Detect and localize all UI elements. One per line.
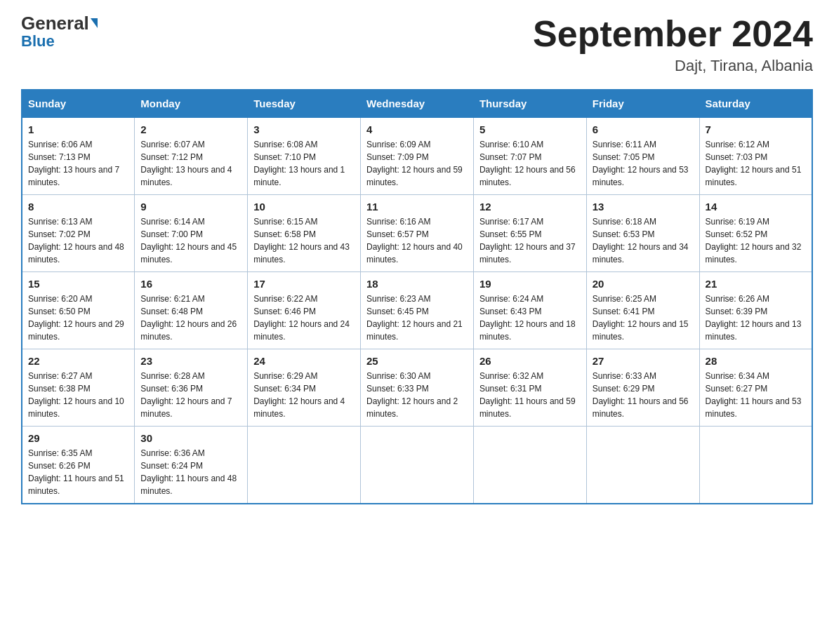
calendar-cell: 18Sunrise: 6:23 AMSunset: 6:45 PMDayligh… [361,272,474,349]
calendar-cell: 3Sunrise: 6:08 AMSunset: 7:10 PMDaylight… [248,117,361,195]
day-number: 21 [706,278,806,290]
day-number: 27 [593,355,694,367]
day-info: Sunrise: 6:22 AMSunset: 6:46 PMDaylight:… [253,293,355,343]
week-row-3: 15Sunrise: 6:20 AMSunset: 6:50 PMDayligh… [22,272,812,349]
calendar-cell: 1Sunrise: 6:06 AMSunset: 7:13 PMDaylight… [22,117,135,195]
day-info: Sunrise: 6:20 AMSunset: 6:50 PMDaylight:… [28,293,128,343]
day-info: Sunrise: 6:17 AMSunset: 6:55 PMDaylight:… [479,215,581,266]
calendar-cell: 29Sunrise: 6:35 AMSunset: 6:26 PMDayligh… [22,427,135,504]
day-info: Sunrise: 6:36 AMSunset: 6:24 PMDaylight:… [140,447,241,497]
day-info: Sunrise: 6:23 AMSunset: 6:45 PMDaylight:… [366,293,468,343]
day-number: 16 [140,278,241,290]
calendar-cell: 22Sunrise: 6:27 AMSunset: 6:38 PMDayligh… [22,349,135,427]
day-info: Sunrise: 6:33 AMSunset: 6:29 PMDaylight:… [593,370,694,420]
calendar-cell: 28Sunrise: 6:34 AMSunset: 6:27 PMDayligh… [699,349,812,427]
calendar-cell: 6Sunrise: 6:11 AMSunset: 7:05 PMDaylight… [586,117,699,195]
day-number: 15 [28,278,128,290]
column-header-monday: Monday [135,90,248,117]
calendar-cell [248,427,361,504]
day-number: 9 [140,201,241,213]
day-info: Sunrise: 6:21 AMSunset: 6:48 PMDaylight:… [140,293,241,343]
calendar-cell: 10Sunrise: 6:15 AMSunset: 6:58 PMDayligh… [248,195,361,272]
day-number: 7 [706,123,806,135]
calendar-cell: 9Sunrise: 6:14 AMSunset: 7:00 PMDaylight… [135,195,248,272]
day-number: 19 [479,278,581,290]
day-info: Sunrise: 6:32 AMSunset: 6:31 PMDaylight:… [479,370,581,420]
calendar-cell: 26Sunrise: 6:32 AMSunset: 6:31 PMDayligh… [473,349,586,427]
calendar-cell: 14Sunrise: 6:19 AMSunset: 6:52 PMDayligh… [699,195,812,272]
day-number: 29 [28,432,128,444]
day-info: Sunrise: 6:29 AMSunset: 6:34 PMDaylight:… [253,370,355,420]
calendar-header: SundayMondayTuesdayWednesdayThursdayFrid… [22,90,812,117]
calendar-cell: 11Sunrise: 6:16 AMSunset: 6:57 PMDayligh… [361,195,474,272]
day-info: Sunrise: 6:28 AMSunset: 6:36 PMDaylight:… [140,370,241,420]
column-header-saturday: Saturday [699,90,812,117]
logo-blue: Blue [21,32,55,50]
day-number: 17 [253,278,355,290]
week-row-1: 1Sunrise: 6:06 AMSunset: 7:13 PMDaylight… [22,117,812,195]
logo: General Blue [21,14,98,51]
day-info: Sunrise: 6:16 AMSunset: 6:57 PMDaylight:… [366,215,468,266]
day-info: Sunrise: 6:10 AMSunset: 7:07 PMDaylight:… [479,138,581,189]
calendar-cell: 16Sunrise: 6:21 AMSunset: 6:48 PMDayligh… [135,272,248,349]
calendar-cell: 20Sunrise: 6:25 AMSunset: 6:41 PMDayligh… [586,272,699,349]
day-info: Sunrise: 6:09 AMSunset: 7:09 PMDaylight:… [366,138,468,189]
day-info: Sunrise: 6:07 AMSunset: 7:12 PMDaylight:… [140,138,241,189]
day-number: 13 [593,201,694,213]
calendar-cell: 7Sunrise: 6:12 AMSunset: 7:03 PMDaylight… [699,117,812,195]
day-number: 8 [28,201,128,213]
calendar-cell [361,427,474,504]
day-info: Sunrise: 6:14 AMSunset: 7:00 PMDaylight:… [140,215,241,266]
logo-general: General [21,14,89,32]
calendar-cell: 17Sunrise: 6:22 AMSunset: 6:46 PMDayligh… [248,272,361,349]
day-info: Sunrise: 6:27 AMSunset: 6:38 PMDaylight:… [28,370,128,420]
day-number: 4 [366,123,468,135]
day-number: 6 [593,123,694,135]
day-number: 5 [479,123,581,135]
day-number: 10 [253,201,355,213]
column-header-thursday: Thursday [473,90,586,117]
calendar-cell: 24Sunrise: 6:29 AMSunset: 6:34 PMDayligh… [248,349,361,427]
day-info: Sunrise: 6:11 AMSunset: 7:05 PMDaylight:… [593,138,694,189]
day-info: Sunrise: 6:08 AMSunset: 7:10 PMDaylight:… [253,138,355,189]
calendar-cell [473,427,586,504]
title-block: September 2024 Dajt, Tirana, Albania [533,14,813,75]
calendar-cell [586,427,699,504]
day-info: Sunrise: 6:12 AMSunset: 7:03 PMDaylight:… [706,138,806,189]
day-number: 2 [140,123,241,135]
column-header-friday: Friday [586,90,699,117]
day-number: 20 [593,278,694,290]
header-row: SundayMondayTuesdayWednesdayThursdayFrid… [22,90,812,117]
day-info: Sunrise: 6:18 AMSunset: 6:53 PMDaylight:… [593,215,694,266]
calendar-table: SundayMondayTuesdayWednesdayThursdayFrid… [21,89,813,504]
day-info: Sunrise: 6:35 AMSunset: 6:26 PMDaylight:… [28,447,128,497]
day-info: Sunrise: 6:15 AMSunset: 6:58 PMDaylight:… [253,215,355,266]
calendar-cell: 12Sunrise: 6:17 AMSunset: 6:55 PMDayligh… [473,195,586,272]
calendar-cell: 27Sunrise: 6:33 AMSunset: 6:29 PMDayligh… [586,349,699,427]
page-header: General Blue September 2024 Dajt, Tirana… [21,14,813,75]
calendar-cell: 30Sunrise: 6:36 AMSunset: 6:24 PMDayligh… [135,427,248,504]
week-row-4: 22Sunrise: 6:27 AMSunset: 6:38 PMDayligh… [22,349,812,427]
week-row-2: 8Sunrise: 6:13 AMSunset: 7:02 PMDaylight… [22,195,812,272]
location: Dajt, Tirana, Albania [533,57,813,75]
day-number: 25 [366,355,468,367]
month-title: September 2024 [533,14,813,54]
day-info: Sunrise: 6:25 AMSunset: 6:41 PMDaylight:… [593,293,694,343]
day-info: Sunrise: 6:30 AMSunset: 6:33 PMDaylight:… [366,370,468,420]
calendar-cell: 15Sunrise: 6:20 AMSunset: 6:50 PMDayligh… [22,272,135,349]
day-number: 28 [706,355,806,367]
day-number: 3 [253,123,355,135]
day-info: Sunrise: 6:13 AMSunset: 7:02 PMDaylight:… [28,215,128,266]
calendar-cell: 13Sunrise: 6:18 AMSunset: 6:53 PMDayligh… [586,195,699,272]
day-number: 11 [366,201,468,213]
day-info: Sunrise: 6:34 AMSunset: 6:27 PMDaylight:… [706,370,806,420]
day-info: Sunrise: 6:24 AMSunset: 6:43 PMDaylight:… [479,293,581,343]
logo-triangle-icon [91,18,98,28]
day-number: 26 [479,355,581,367]
day-number: 23 [140,355,241,367]
day-number: 30 [140,432,241,444]
day-number: 1 [28,123,128,135]
week-row-5: 29Sunrise: 6:35 AMSunset: 6:26 PMDayligh… [22,427,812,504]
column-header-sunday: Sunday [22,90,135,117]
column-header-tuesday: Tuesday [248,90,361,117]
